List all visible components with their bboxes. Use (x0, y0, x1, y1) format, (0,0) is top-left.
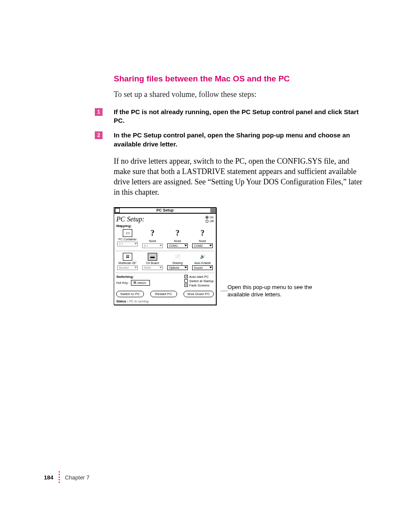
chevron-down-icon (134, 243, 137, 245)
page: Sharing files between the Mac OS and the… (0, 0, 411, 532)
intro-paragraph: To set up a shared volume, follow these … (114, 90, 364, 100)
page-footer: 184 Chapter 7 (44, 471, 90, 484)
hotkey-label: Hot Key : (116, 281, 130, 285)
cell-label: PC Container (118, 238, 137, 241)
callout-leader-line (221, 291, 227, 291)
status-label: Status : (116, 299, 128, 303)
switching-checks: ×Auto-start PC Switch at Startup ×Fade S… (184, 275, 214, 287)
ram-icon: ▬ (148, 253, 157, 261)
pc-container-cell: ▭ PC Container C:\ (116, 229, 139, 248)
chevron-down-icon (209, 267, 212, 268)
page-number: 184 (44, 474, 53, 481)
separator (116, 251, 214, 251)
step-number-badge: 2 (95, 131, 103, 139)
checkbox-fade[interactable]: × (184, 283, 188, 287)
mapping-row-1: ▭ PC Container C:\ ? None D:\ ? None (116, 229, 214, 248)
step-1: 1 If the PC is not already running, open… (114, 108, 364, 125)
figure-row: PC Setup PC Setup: On Off Mapping: (114, 207, 364, 305)
chevron-down-icon (184, 267, 187, 268)
step-1-text: If the PC is not already running, open t… (114, 108, 364, 125)
window-title: PC Setup (120, 208, 210, 212)
switching-left: Switching: Hot Key : ⌘-return (116, 275, 150, 286)
sharing-icon: 📄 (173, 253, 182, 261)
window-titlebar: PC Setup (114, 208, 216, 214)
chevron-down-icon (209, 245, 212, 246)
status-value: PC is running (129, 299, 149, 303)
callout-wrap: Open this pop-up menu to see the availab… (221, 284, 318, 299)
monitor-popup[interactable]: Monitor (117, 265, 138, 270)
switching-label: Switching: (116, 275, 150, 279)
on-off-radio-group: On Off (206, 215, 214, 223)
mapping-label: Mapping: (116, 224, 214, 228)
cell-label: None (149, 240, 156, 243)
mapping-cell: ? None COM2: (191, 229, 214, 248)
chevron-down-icon (159, 245, 162, 246)
explanatory-paragraph: If no drive letters appear, switch to th… (114, 156, 364, 198)
cell-label: On Board (146, 261, 159, 264)
section-heading: Sharing files between the Mac OS and the… (114, 74, 364, 84)
radio-on[interactable] (206, 216, 209, 219)
chevron-down-icon (134, 267, 137, 268)
question-icon: ? (199, 229, 206, 239)
check-label: Auto-start PC (189, 275, 209, 279)
check-label: Switch at Startup (189, 279, 214, 283)
ram-cell: ▬ On Board RAM: (141, 253, 164, 270)
checkbox-autostart[interactable]: × (184, 275, 188, 278)
cell-label: Multiscan 20" (118, 261, 137, 264)
pc-setup-window: PC Setup PC Setup: On Off Mapping: (114, 207, 216, 305)
mapping-row-2: 🖥 Multiscan 20" Monitor ▬ On Board RAM: … (116, 253, 214, 270)
chapter-label: Chapter 7 (65, 474, 90, 481)
cell-label: Sharing (172, 261, 183, 264)
sharing-cell: 📄 Sharing Options (166, 253, 189, 270)
divider-dots (59, 471, 60, 484)
step-2: 2 In the PC Setup control panel, open th… (114, 131, 364, 149)
window-body: PC Setup: On Off Mapping: ▭ PC Container… (114, 214, 216, 305)
mapping-cell: ? None D:\ (141, 229, 164, 248)
chevron-down-icon (159, 267, 162, 268)
status-line: Status : PC is running (116, 299, 214, 303)
monitor-cell: 🖥 Multiscan 20" Monitor (116, 253, 139, 270)
sound-popup[interactable]: Sound (192, 265, 213, 270)
hotkey-row: Hot Key : ⌘-return (116, 280, 150, 286)
radio-off-label: Off (210, 219, 214, 223)
drive-d-popup[interactable]: D:\ (142, 243, 163, 248)
step-number-badge: 1 (95, 108, 103, 116)
close-box[interactable] (115, 208, 120, 213)
sound-cell: 🔊 Auto Enable Sound (191, 253, 214, 270)
drive-c-popup[interactable]: C:\ (117, 242, 138, 246)
cell-label: Auto Enable (194, 261, 211, 264)
ram-popup[interactable]: RAM: (142, 265, 163, 270)
switch-to-pc-button[interactable]: Switch to PC (116, 291, 144, 297)
button-row: Switch to PC Restart PC Shut Down PC (116, 291, 214, 297)
com2-popup[interactable]: COM2: (192, 243, 213, 248)
question-icon: ? (174, 229, 181, 239)
hotkey-field[interactable]: ⌘-return (131, 280, 150, 286)
pc-icon: ▭ (123, 229, 132, 237)
window-header-row: PC Setup: On Off (116, 215, 214, 223)
radio-on-label: On (210, 215, 214, 219)
com1-popup[interactable]: COM1: (167, 243, 188, 248)
radio-off[interactable] (206, 220, 209, 223)
separator (116, 273, 214, 273)
checkbox-switch-startup[interactable] (184, 279, 188, 283)
sharing-popup[interactable]: Options (167, 265, 188, 270)
question-icon: ? (149, 229, 156, 239)
check-label: Fade Screens (189, 283, 209, 287)
callout-text: Open this pop-up menu to see the availab… (227, 284, 318, 299)
content-column: Sharing files between the Mac OS and the… (114, 74, 364, 305)
monitor-icon: 🖥 (123, 253, 132, 261)
chevron-down-icon (184, 245, 187, 246)
cell-label: None (199, 240, 206, 243)
restart-pc-button[interactable]: Restart PC (150, 291, 177, 297)
mapping-cell: ? None COM1: (166, 229, 189, 248)
step-2-text: In the PC Setup control panel, open the … (114, 131, 364, 149)
speaker-icon: 🔊 (198, 253, 207, 261)
switching-row: Switching: Hot Key : ⌘-return ×Auto-star… (116, 275, 214, 287)
window-header-title: PC Setup: (116, 215, 144, 223)
shut-down-pc-button[interactable]: Shut Down PC (184, 291, 214, 297)
cell-label: None (174, 240, 181, 243)
